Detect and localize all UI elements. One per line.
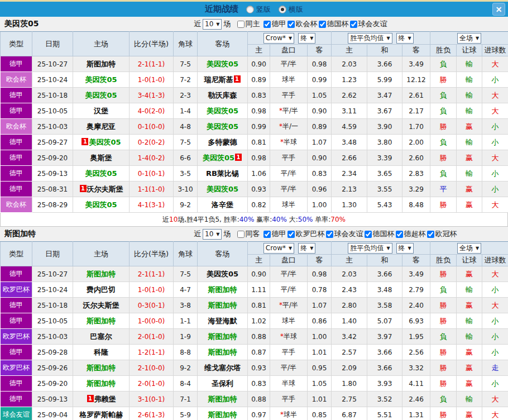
header-sub-handicap-result: 让球 <box>457 45 482 56</box>
header-col-away: 客场 <box>198 32 248 56</box>
mean-group-header: 胜平负均值▼ 终▼ <box>332 32 430 45</box>
match-date: 25-10-18 <box>32 298 73 313</box>
score: 3-1(0-1) <box>130 392 174 407</box>
odds-home: 0.90 <box>248 266 270 282</box>
mean-odds-select[interactable]: 胜平负均值▼ <box>348 243 392 254</box>
league-checkbox-input[interactable] <box>365 231 372 238</box>
league-type: 德甲 <box>1 135 32 150</box>
odds-away: 0.85 <box>308 407 332 420</box>
radio-horizontal-label[interactable]: 横版 <box>289 4 303 15</box>
header-sub-mean-home: 主 <box>332 255 367 266</box>
league-checkbox[interactable]: 德甲 <box>262 19 286 29</box>
league-checkbox-input[interactable] <box>287 21 295 28</box>
same-venue-checkbox[interactable]: 同主 <box>236 19 260 29</box>
match-row: 德甲25-10-27斯图加特2-1(1-1)7-5美因茨050.90平/半0.9… <box>1 266 508 282</box>
match-date: 25-10-03 <box>32 119 73 135</box>
bookmaker-select[interactable]: Crow*▼ <box>263 243 294 254</box>
corner-score: 3-5 <box>174 166 198 182</box>
mean-stage-select[interactable]: 终▼ <box>396 243 414 254</box>
red-card-badge: 1 <box>234 75 241 83</box>
score: 3-4(1-3) <box>130 88 174 103</box>
scope-select[interactable]: 全场▼ <box>457 33 481 44</box>
same-venue-checkbox[interactable]: 同客 <box>236 229 260 239</box>
odds-home: 0.81 <box>248 298 270 313</box>
league-checkbox-input[interactable] <box>263 231 271 238</box>
result-handicap: 赢 <box>457 266 482 282</box>
league-checkbox[interactable]: 德国杯 <box>363 229 394 239</box>
score: 4-1(3-1) <box>130 197 174 213</box>
league-checkbox[interactable]: 德超杯 <box>394 229 425 239</box>
radio-horizontal[interactable] <box>279 6 286 13</box>
bookmaker-select[interactable]: Crow*▼ <box>263 33 294 44</box>
league-checkbox[interactable]: 欧冠杯 <box>425 229 457 239</box>
mean-home: 2.66 <box>332 150 367 166</box>
mean-stage-select[interactable]: 终▼ <box>396 33 414 44</box>
home-team: 斯图加特 <box>73 266 130 282</box>
league-checkbox-input[interactable] <box>326 231 333 238</box>
result-goals: 大 <box>482 56 508 72</box>
league-checkbox[interactable]: 德国杯 <box>317 19 348 29</box>
mean-draw: 3.93 <box>367 376 402 392</box>
chevron-down-icon: ▼ <box>476 36 479 41</box>
mean-home: 4.59 <box>332 119 367 135</box>
score: 0-1(0-0) <box>130 119 174 135</box>
league-checkbox-input[interactable] <box>319 21 326 28</box>
mean-away: 1.31 <box>402 407 430 420</box>
result-winlose: 勝 <box>430 407 457 420</box>
odds-home: 0.87 <box>248 345 270 360</box>
close-button[interactable]: ✕ <box>492 3 505 16</box>
odds-stage-select[interactable]: 终▼ <box>298 243 315 254</box>
result-handicap: 赢 <box>457 376 482 392</box>
home-team: 1美因茨05 <box>73 135 130 150</box>
league-type: 德甲 <box>1 103 32 119</box>
result-goals: 小 <box>482 376 508 392</box>
home-team: 美因茨05 <box>73 197 130 213</box>
same-venue-checkbox-input[interactable] <box>237 231 245 238</box>
league-checkbox-input[interactable] <box>350 21 357 28</box>
league-checkbox-input[interactable] <box>396 231 403 238</box>
mean-draw: 3.47 <box>367 88 402 103</box>
match-count-select[interactable]: 10▼ <box>203 19 222 30</box>
odds-home: 1.06 <box>248 166 270 182</box>
match-row: 欧会杯25-08-29美因茨054-1(3-1)9-2洛辛堡0.82球半1.00… <box>1 197 508 213</box>
mean-odds-select[interactable]: 胜平负均值▼ <box>348 33 392 44</box>
chevron-down-icon: ▼ <box>310 36 313 41</box>
result-goals: 大 <box>482 266 508 282</box>
league-type: 德甲 <box>1 392 32 407</box>
league-checkbox[interactable]: 欧会杯 <box>286 19 317 29</box>
filter-bar: 近10▼场同主德甲欧会杯德国杯球会友谊 <box>192 17 387 31</box>
radio-vertical-label[interactable]: 竖版 <box>256 4 271 15</box>
mean-away: 1.70 <box>402 119 430 135</box>
away-team: 多特蒙德 <box>198 135 248 150</box>
odds-stage-select[interactable]: 终▼ <box>298 33 315 44</box>
home-team: 1沃尔夫斯堡 <box>73 182 130 197</box>
league-checkbox-input[interactable] <box>287 231 295 238</box>
match-date: 25-10-18 <box>32 88 73 103</box>
league-checkbox-input[interactable] <box>263 21 271 28</box>
mean-home: 2.03 <box>332 266 367 282</box>
mean-away: 2.79 <box>402 282 430 298</box>
radio-vertical[interactable] <box>246 6 254 13</box>
away-team: 斯图加特 <box>198 407 248 420</box>
match-count-select[interactable]: 10▼ <box>203 229 222 240</box>
result-goals: 大 <box>482 298 508 313</box>
league-checkbox-input[interactable] <box>427 231 434 238</box>
odds-away: 1.01 <box>308 392 332 407</box>
result-goals: 大 <box>482 88 508 103</box>
scope-select[interactable]: 全场▼ <box>457 243 481 254</box>
team-name: 斯图加特 <box>4 229 36 239</box>
league-checkbox[interactable]: 球会友谊 <box>324 229 363 239</box>
league-checkbox[interactable]: 德甲 <box>262 229 286 239</box>
odds-group-header: Crow*▼ 终▼ <box>248 242 332 255</box>
team-section: 美因茨05 近10▼场同主德甲欧会杯德国杯球会友谊 类型 日期 主场 比分(半场… <box>0 17 508 227</box>
same-venue-checkbox-input[interactable] <box>237 21 245 28</box>
league-type: 欧罗巴杯 <box>1 329 32 345</box>
chevron-down-icon: ▼ <box>386 36 390 41</box>
league-checkbox[interactable]: 欧罗巴杯 <box>286 229 324 239</box>
league-checkbox[interactable]: 球会友谊 <box>348 19 387 29</box>
mean-draw: 5.51 <box>367 407 402 420</box>
result-winlose: 勝 <box>430 197 457 213</box>
corner-score: 7-5 <box>174 56 198 72</box>
odds-handicap: 平手 <box>270 88 308 103</box>
header-col-date: 日期 <box>32 242 73 266</box>
